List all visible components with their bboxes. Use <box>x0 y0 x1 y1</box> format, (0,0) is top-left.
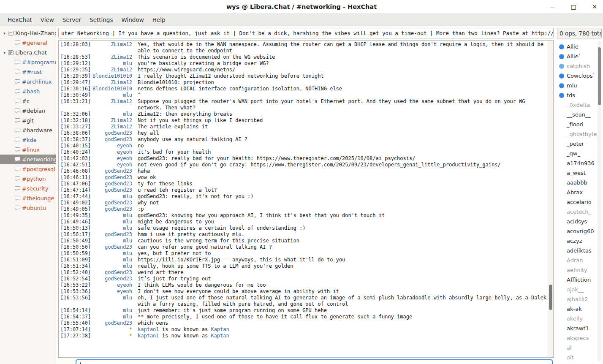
user-list-item[interactable]: __sean__ <box>559 110 597 120</box>
user-list-item[interactable]: akelly <box>559 314 597 323</box>
chat-message: Suppose you plugged the router's WAN por… <box>135 98 547 111</box>
user-list-item[interactable]: akspecs <box>559 333 597 343</box>
chat-nick: mlu <box>92 257 135 263</box>
userlist-scrollbar-thumb[interactable] <box>598 47 601 105</box>
message-input[interactable] <box>76 359 553 364</box>
chat-nick: godSend23 <box>92 174 135 181</box>
user-list-item[interactable]: Allie <box>559 42 597 52</box>
sidebar-item-libera-chat[interactable]: ▾Libera.Chat <box>0 48 56 57</box>
user-list-item[interactable]: akrawt1 <box>559 323 597 333</box>
sidebar-item-bash[interactable]: #bash <box>0 87 56 96</box>
message-link[interactable]: https://www.wireguard.com/netns/ <box>138 67 235 73</box>
sidebar-item-rust[interactable]: ##rust <box>0 67 56 77</box>
user-list-item[interactable]: _peter <box>559 139 597 149</box>
chat-message: it's bad for your health <box>135 149 547 155</box>
user-list-item[interactable]: Abrax <box>559 187 597 197</box>
user-list-item[interactable]: _0xdelta <box>559 100 597 110</box>
user-list-item[interactable]: tds <box>559 90 597 100</box>
sidebar-item-xing-hai-zhang[interactable]: ▾Xing-Hai-Zhang <box>0 28 56 38</box>
sidebar-item-python[interactable]: #python <box>0 174 56 184</box>
user-list-item[interactable]: aefinity <box>559 265 597 275</box>
sidebar-item-c[interactable]: #c <box>0 96 56 106</box>
user-list-item[interactable]: Adran <box>559 255 597 265</box>
user-list-item[interactable]: a174n936 <box>559 158 597 168</box>
sidebar-item-thelounge[interactable]: #thelounge <box>0 193 56 203</box>
user-list-item[interactable]: aaabbb <box>559 178 597 187</box>
user-list-item[interactable]: Cowclops` <box>559 71 597 81</box>
sidebar-item-kde[interactable]: #kde <box>0 135 56 145</box>
message-input-row: wys <box>56 358 556 364</box>
user-nick: Allie <box>567 43 579 50</box>
menu-view[interactable]: View <box>36 14 58 25</box>
menu-hexchat[interactable]: HexChat <box>3 14 36 25</box>
channel-icon <box>14 60 22 65</box>
user-list-item[interactable]: ajhalili2 <box>559 294 597 304</box>
user-nick: _0xdelta <box>567 102 590 108</box>
chat-nick: ZLima12 <box>92 41 135 54</box>
user-list-item[interactable]: aczyz <box>559 236 597 246</box>
message-link[interactable]: https://www.theregister.com/2025/09/23/d… <box>250 162 500 168</box>
userlist-scrollbar[interactable] <box>598 41 601 361</box>
user-list-item[interactable]: adeliktas <box>559 246 597 255</box>
expander-icon[interactable]: ▾ <box>1 31 8 35</box>
chat-nick: godSend23 <box>92 187 135 193</box>
menu-help[interactable]: Help <box>148 14 170 25</box>
chat-line: [16:49:35]mlugodSend23: knowing how you … <box>60 212 547 219</box>
chat-message: I don't see how everyone could be above … <box>135 288 547 295</box>
user-list-item[interactable]: ajak__ <box>559 285 597 294</box>
chat-nick: godSend23 <box>92 168 135 174</box>
user-list-item[interactable]: _flood <box>559 120 597 129</box>
menu-settings[interactable]: Settings <box>85 14 117 25</box>
sidebar-item-linux[interactable]: #linux <box>0 145 56 155</box>
chat-message: godSend23: really, it's not for you :) <box>135 193 547 200</box>
chat-message: :p <box>135 206 547 212</box>
message-link[interactable]: https://www.theregister.com/2025/10/08/a… <box>257 155 416 161</box>
sidebar-item-general[interactable]: #general <box>0 38 56 48</box>
sidebar-item-debian[interactable]: #debian <box>0 106 56 116</box>
user-list-item[interactable]: acovrig60 <box>559 226 597 236</box>
topic-input[interactable]: uter Networking | If you have a question… <box>58 28 554 38</box>
chat-scrollbar[interactable] <box>548 41 553 357</box>
message-link[interactable]: https://iili.io/KOrIErX.jpg <box>138 257 220 263</box>
user-list-item[interactable]: Allie` <box>559 52 597 61</box>
user-list-item[interactable]: Affliction <box>559 275 597 285</box>
menu-server[interactable]: Server <box>58 14 85 25</box>
user-list-item[interactable]: ak-ak <box>559 304 597 314</box>
chat-timestamp: [16:32:18] <box>60 117 92 124</box>
user-list-item[interactable]: mlu <box>559 81 597 90</box>
chat-line: [16:47:44]mlugodSend23: really, it's not… <box>60 193 547 200</box>
user-list-item[interactable]: _qw_ <box>559 149 597 158</box>
chat-timestamp: [16:49:05] <box>60 206 92 212</box>
sidebar-item-ubuntu[interactable]: #ubuntu <box>0 203 56 213</box>
sidebar-item-security[interactable]: #security <box>0 184 56 193</box>
user-list-item[interactable]: acetech_ <box>559 207 597 217</box>
user-list-item[interactable]: a_west <box>559 168 597 178</box>
user-list-item[interactable]: catphish <box>559 61 597 71</box>
chat-scrollbar-thumb[interactable] <box>549 285 552 310</box>
sidebar-item-hardware[interactable]: #hardware <box>0 125 56 135</box>
sidebar-item-label: #bash <box>22 88 40 95</box>
own-nick-label: wys <box>60 362 72 364</box>
new-nick: Kaptan <box>211 333 229 339</box>
user-list-item[interactable]: accelario <box>559 197 597 207</box>
user-list-item[interactable]: acidsys <box>559 217 597 226</box>
minimize-button[interactable]: − <box>548 4 557 10</box>
sidebar-item-programming[interactable]: ##programming <box>0 57 56 67</box>
chat-line: [16:52:40]godSend23weird art there <box>60 269 547 276</box>
user-list-item[interactable]: al <box>559 343 597 353</box>
sidebar-item-networking[interactable]: #networking <box>0 155 56 164</box>
close-button[interactable]: ✕ <box>590 4 599 10</box>
expander-icon[interactable]: ▾ <box>1 51 8 55</box>
chat-nick: godSend23 <box>92 130 135 136</box>
chat-line: [16:33:27]ZLima12The article explains it <box>60 124 547 130</box>
maximize-button[interactable]: □ <box>569 4 578 10</box>
sidebar-item-git[interactable]: #git <box>0 116 56 125</box>
user-list-item[interactable]: alt <box>559 353 597 362</box>
userlist-header: 0 ops, 780 total <box>557 28 602 38</box>
sidebar-item-postgresql[interactable]: #postgresql <box>0 164 56 174</box>
menu-window[interactable]: Window <box>117 14 148 25</box>
chat-timestamp: [16:50:49] <box>60 238 92 244</box>
user-list-item[interactable]: _ghostbyte <box>559 129 597 139</box>
chat-nick: godSend23 <box>92 269 135 276</box>
sidebar-item-archlinux[interactable]: #archlinux <box>0 77 56 87</box>
